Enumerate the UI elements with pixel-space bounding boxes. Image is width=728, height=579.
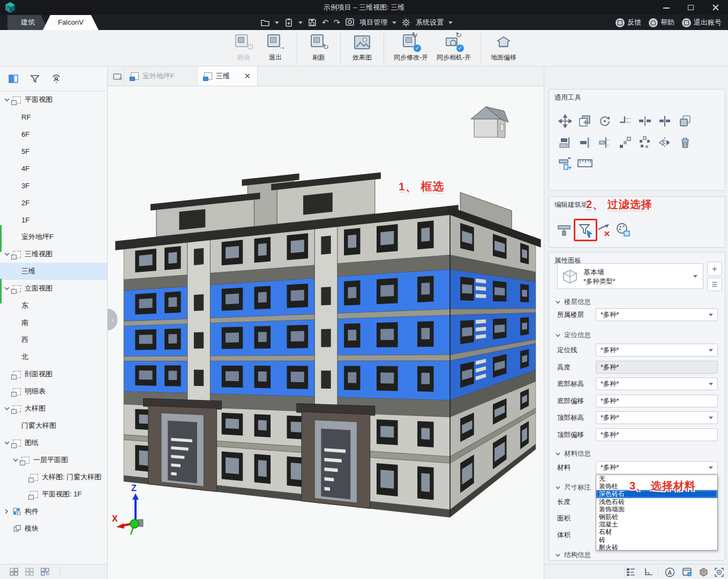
tab-falconv[interactable]: FalconV xyxy=(43,15,99,30)
exit-render-button[interactable]: → 退出 xyxy=(264,33,287,62)
detail-list-icon[interactable] xyxy=(625,566,637,578)
tree-node-first-floor-sheet[interactable]: 一层平面图 xyxy=(0,451,107,469)
help-button[interactable]: 帮助 xyxy=(649,18,674,27)
filter-icon[interactable] xyxy=(28,72,42,86)
tab-architecture[interactable]: 建筑 xyxy=(7,15,48,30)
align-right-tool[interactable] xyxy=(577,135,593,151)
layout-grid-icon[interactable] xyxy=(10,568,19,576)
tree-node-site-floor[interactable]: 室外地坪F xyxy=(0,228,107,246)
field-floor[interactable]: *多种* xyxy=(596,308,718,321)
tree-node-sheets[interactable]: 图纸 xyxy=(0,434,107,451)
material-option[interactable]: 耐火砖 xyxy=(596,544,717,551)
refresh-button[interactable]: ↻ 刷新 xyxy=(307,33,331,62)
tree-node-sheet-detail[interactable]: 大样图: 门窗大样图 xyxy=(0,469,107,486)
tree-node-3f[interactable]: 3F xyxy=(0,177,107,194)
material-option[interactable]: 钢筋砼 xyxy=(596,513,717,521)
delete-tool[interactable] xyxy=(677,135,693,151)
3d-canvas[interactable]: Z X 1、 框选 xyxy=(108,86,544,579)
move-tool[interactable] xyxy=(557,113,573,129)
sync-edit-button[interactable]: ↻✓ 同步修改-开 xyxy=(394,33,428,62)
panel-toggle-icon[interactable] xyxy=(6,72,20,86)
open-folder-icon[interactable] xyxy=(260,18,270,27)
tree-node-detail-views[interactable]: 大样图 xyxy=(0,400,107,417)
window-refresh-icon[interactable] xyxy=(681,566,693,578)
attach-wall-tool[interactable] xyxy=(554,220,574,240)
trim-tool[interactable] xyxy=(617,113,633,129)
type-dropdown-icon[interactable] xyxy=(693,275,697,278)
material-option[interactable]: 石材 xyxy=(596,528,717,536)
view-tab-3d[interactable]: 三维 ✕ xyxy=(198,66,258,86)
section-dimension-info[interactable]: 尺寸标注 xyxy=(556,483,591,492)
project-manage-icon[interactable] xyxy=(345,18,355,27)
copy-tool[interactable] xyxy=(577,113,593,129)
deselect-tool[interactable] xyxy=(595,220,614,240)
tree-node-2f[interactable]: 2F xyxy=(0,194,107,211)
material-option[interactable]: 砖 xyxy=(596,536,717,544)
array-linear-tool[interactable] xyxy=(617,135,633,151)
tree-node-3d-selected[interactable]: 三维 xyxy=(0,263,107,280)
section-structure-info[interactable]: 结构信息 xyxy=(556,551,591,560)
minimize-button[interactable] xyxy=(654,0,679,15)
material-option[interactable]: 装饰墙面 xyxy=(596,506,717,513)
section-location-info[interactable]: 定位信息 xyxy=(556,331,591,340)
undo-icon[interactable]: ↶ xyxy=(322,18,329,27)
tree-node-plan-views[interactable]: 平面视图 xyxy=(0,91,107,108)
sync-camera-button[interactable]: ↻✓ 同步相机-开 xyxy=(437,33,471,62)
paste-icon[interactable] xyxy=(284,18,294,27)
close-button[interactable] xyxy=(703,0,728,15)
save-icon[interactable] xyxy=(307,18,317,27)
tree-node-schedules[interactable]: 明细表 xyxy=(0,383,107,400)
tree-node-sheet-plan-1f[interactable]: 平面视图: 1F xyxy=(0,486,107,503)
redo-icon[interactable]: ↷ xyxy=(334,18,341,27)
capture-view-icon[interactable] xyxy=(112,71,124,83)
zoom-extent-icon[interactable] xyxy=(713,566,725,578)
auto-mode-icon[interactable]: A xyxy=(664,566,676,578)
material-option[interactable]: 混凝土 xyxy=(596,521,717,528)
tree-node-components[interactable]: 构件 xyxy=(0,503,107,520)
view-tab-site-floor[interactable]: 室外地坪F xyxy=(124,66,198,86)
material-paint-tool[interactable] xyxy=(613,220,633,240)
close-tab-icon[interactable]: ✕ xyxy=(244,71,251,81)
paste-dropdown-icon[interactable] xyxy=(298,21,303,24)
type-settings-button[interactable]: ☰ xyxy=(707,278,722,291)
material-option[interactable]: 浅色石砖 xyxy=(596,498,717,506)
tree-node-north[interactable]: 北 xyxy=(0,348,107,366)
field-material[interactable]: *多种* xyxy=(596,461,718,474)
render-image-button[interactable]: 效果图 xyxy=(350,33,374,62)
tree-node-5f[interactable]: 5F xyxy=(0,143,107,160)
align-center-tool[interactable] xyxy=(597,135,613,151)
tree-node-elevations[interactable]: 立面视图 xyxy=(0,280,107,297)
system-settings-label[interactable]: 系统设置 xyxy=(416,18,444,27)
tree-node-1f[interactable]: 1F xyxy=(0,211,107,228)
tree-node-4f[interactable]: 4F xyxy=(0,160,107,177)
field-bottom-offset[interactable]: *多种* xyxy=(596,395,718,407)
layout-reset-icon[interactable]: ↻ xyxy=(41,568,50,576)
project-manage-label[interactable]: 项目管理 xyxy=(359,18,387,27)
tree-node-door-window-detail[interactable]: 门窗大样图 xyxy=(0,417,107,434)
section-material-info[interactable]: 材料信息 xyxy=(556,449,591,458)
logout-button[interactable]: 退出账号 xyxy=(682,18,722,27)
add-type-button[interactable]: + xyxy=(707,262,722,276)
tree-node-rf[interactable]: RF xyxy=(0,108,107,125)
project-manage-dropdown-icon[interactable] xyxy=(392,21,396,24)
array-radial-tool[interactable] xyxy=(637,135,653,151)
rotate-tool[interactable] xyxy=(597,113,613,129)
tree-node-modules[interactable]: 模块 xyxy=(0,520,107,537)
split-tool[interactable] xyxy=(637,113,653,129)
tree-node-6f[interactable]: 6F xyxy=(0,125,107,143)
tree-node-west[interactable]: 西 xyxy=(0,331,107,348)
system-settings-dropdown-icon[interactable] xyxy=(448,21,453,24)
axis-corner-icon[interactable] xyxy=(642,566,654,578)
tree-node-south[interactable]: 南 xyxy=(0,314,107,331)
section-floor-info[interactable]: 楼层信息 xyxy=(556,298,591,307)
locate-icon[interactable] xyxy=(49,72,63,86)
cube-display-icon[interactable] xyxy=(697,566,709,578)
field-top-level[interactable]: *多种* xyxy=(596,411,718,424)
system-settings-icon[interactable] xyxy=(401,18,411,27)
layout-grid2-icon[interactable] xyxy=(25,568,34,576)
open-folder-dropdown-icon[interactable] xyxy=(275,21,279,24)
field-top-offset[interactable]: *多种* xyxy=(596,428,718,441)
measure-tool[interactable] xyxy=(577,155,593,171)
feedback-button[interactable]: 反馈 xyxy=(616,18,641,27)
maximize-button[interactable] xyxy=(679,0,703,15)
